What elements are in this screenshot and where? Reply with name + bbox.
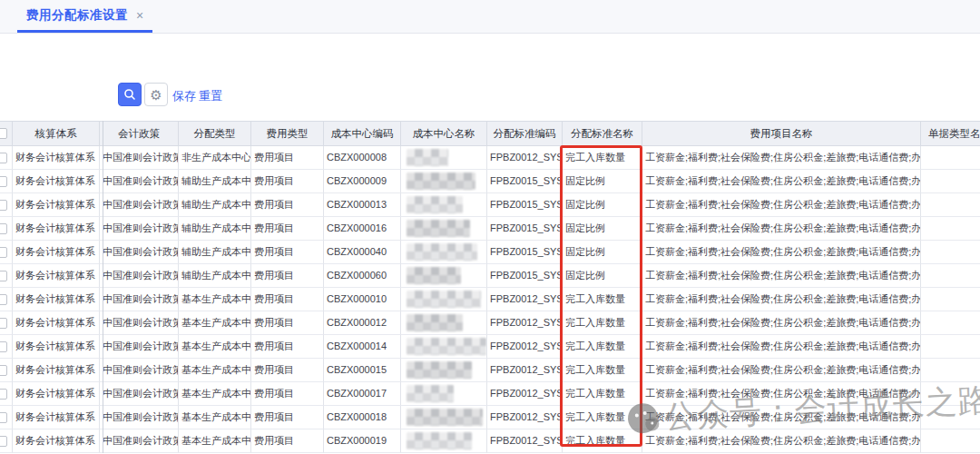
row-checkbox[interactable] — [0, 365, 7, 376]
table-header: 核算体系会计政策分配类型费用类型成本中心编码成本中心名称分配标准编码分配标准名称… — [0, 122, 980, 146]
cell-select[interactable] — [0, 382, 13, 406]
cell-select[interactable] — [0, 335, 13, 359]
row-checkbox[interactable] — [0, 341, 7, 352]
cell-cc_code: CBZX000014 — [324, 335, 401, 359]
cell-expense_type: 费用项目 — [251, 335, 324, 359]
cell-select[interactable] — [0, 406, 13, 429]
cell-policy: 中国准则会计政策 — [100, 406, 179, 429]
cell-cc_code: CBZX000019 — [324, 429, 401, 453]
column-header-alloc_type[interactable]: 分配类型 — [179, 122, 251, 146]
cell-doc_type — [921, 241, 980, 264]
cell-items: 工资薪金;福利费;社会保险费;住房公积金;差旅费;电话通信费;办公费;培训费 — [642, 217, 921, 241]
cell-select[interactable] — [0, 241, 13, 264]
reset-button[interactable]: 重置 — [199, 88, 222, 104]
cell-cc_name — [401, 217, 487, 241]
cell-doc_type — [921, 359, 980, 382]
column-header-std_code[interactable]: 分配标准编码 — [487, 122, 563, 146]
cell-expense_type: 费用项目 — [251, 170, 324, 193]
cell-alloc_type: 基本生产成本中心 — [179, 288, 251, 311]
row-checkbox[interactable] — [0, 271, 7, 281]
column-header-cc_code[interactable]: 成本中心编码 — [324, 122, 401, 146]
cell-select[interactable] — [0, 311, 13, 335]
masked-cell-content — [407, 338, 486, 355]
cell-system: 财务会计核算体系 — [13, 170, 100, 193]
cell-expense_type: 费用项目 — [251, 406, 324, 429]
masked-cell-content — [407, 267, 461, 284]
cell-select[interactable] — [0, 359, 13, 382]
column-header-expense_type[interactable]: 费用类型 — [251, 122, 324, 146]
cell-select[interactable] — [0, 217, 13, 241]
cell-cc_code: CBZX000008 — [324, 146, 401, 170]
cell-expense_type: 费用项目 — [251, 241, 324, 264]
row-checkbox[interactable] — [0, 247, 7, 258]
search-button[interactable] — [118, 83, 142, 106]
table-row: 财务会计核算体系中国准则会计政策非生产成本中心费费用项目CBZX000008FP… — [0, 146, 980, 170]
row-checkbox[interactable] — [0, 153, 7, 163]
cell-select[interactable] — [0, 288, 13, 311]
row-checkbox[interactable] — [0, 318, 7, 329]
cell-policy: 中国准则会计政策 — [100, 311, 179, 335]
cell-select[interactable] — [0, 429, 13, 453]
cell-cc_name — [401, 359, 487, 382]
column-header-policy[interactable]: 会计政策 — [100, 122, 179, 146]
cell-cc_code: CBZX000018 — [324, 406, 401, 429]
row-checkbox[interactable] — [0, 294, 7, 305]
cell-std_name: 完工入库数量 — [563, 146, 642, 170]
cell-select[interactable] — [0, 264, 13, 288]
frozen-column-divider — [103, 121, 103, 453]
cell-alloc_type: 基本生产成本中心 — [179, 335, 251, 359]
column-header-select[interactable] — [0, 122, 13, 146]
cell-system: 财务会计核算体系 — [13, 193, 100, 217]
cell-items: 工资薪金;福利费;社会保险费;住房公积金;差旅费;电话通信费;办公费;培训费 — [642, 406, 921, 429]
column-header-cc_name[interactable]: 成本中心名称 — [401, 122, 487, 146]
row-checkbox[interactable] — [0, 412, 7, 423]
cell-policy: 中国准则会计政策 — [100, 241, 179, 264]
masked-cell-content — [407, 432, 472, 449]
cell-std_name: 固定比例 — [563, 241, 642, 264]
cell-policy: 中国准则会计政策 — [100, 359, 179, 382]
column-header-items[interactable]: 费用项目名称 — [642, 122, 921, 146]
cell-policy: 中国准则会计政策 — [100, 382, 179, 406]
row-checkbox[interactable] — [0, 200, 7, 211]
tab-expense-allocation-settings[interactable]: 费用分配标准设置 × — [17, 0, 152, 33]
save-button[interactable]: 保存 — [172, 88, 196, 104]
cell-std_name: 固定比例 — [563, 170, 642, 193]
cell-std_code: FPBZ0012_SYS — [487, 311, 563, 335]
cell-select[interactable] — [0, 146, 13, 170]
cell-cc_name — [401, 288, 487, 311]
cell-cc_name — [401, 241, 487, 264]
cell-alloc_type: 基本生产成本中心 — [179, 382, 251, 406]
cell-std_code: FPBZ0012_SYS — [487, 146, 563, 170]
settings-button[interactable]: ⚙ — [144, 83, 168, 106]
row-checkbox[interactable] — [0, 389, 7, 400]
cell-items: 工资薪金;福利费;社会保险费;住房公积金;差旅费;电话通信费;办公费;培训费 — [642, 335, 921, 359]
row-checkbox[interactable] — [0, 436, 7, 447]
cell-alloc_type: 辅助生产成本中心 — [179, 193, 251, 217]
cell-doc_type — [921, 429, 980, 453]
cell-expense_type: 费用项目 — [251, 382, 324, 406]
cell-system: 财务会计核算体系 — [13, 288, 100, 311]
cell-doc_type — [921, 264, 980, 288]
column-header-doc_type[interactable]: 单据类型名称 — [921, 122, 980, 146]
cell-system: 财务会计核算体系 — [13, 146, 100, 170]
tab-title: 费用分配标准设置 — [26, 7, 128, 24]
cell-doc_type — [921, 335, 980, 359]
cell-policy: 中国准则会计政策 — [100, 146, 179, 170]
cell-expense_type: 费用项目 — [251, 146, 324, 170]
table-row: 财务会计核算体系中国准则会计政策辅助生产成本中心费用项目CBZX000016FP… — [0, 217, 980, 241]
cell-system: 财务会计核算体系 — [13, 382, 100, 406]
cell-std_code: FPBZ0012_SYS — [487, 406, 563, 429]
close-icon[interactable]: × — [136, 9, 143, 22]
row-checkbox[interactable] — [0, 176, 7, 187]
cell-alloc_type: 辅助生产成本中心 — [179, 264, 251, 288]
cell-select[interactable] — [0, 193, 13, 217]
cell-select[interactable] — [0, 170, 13, 193]
row-checkbox[interactable] — [0, 223, 7, 234]
masked-cell-content — [407, 173, 475, 190]
column-header-system[interactable]: 核算体系 — [13, 122, 100, 146]
masked-cell-content — [407, 361, 472, 379]
column-header-std_name[interactable]: 分配标准名称 — [563, 122, 642, 146]
cell-std_name: 固定比例 — [563, 264, 642, 288]
cell-cc_name — [401, 311, 487, 335]
select-all-checkbox[interactable] — [0, 128, 7, 139]
